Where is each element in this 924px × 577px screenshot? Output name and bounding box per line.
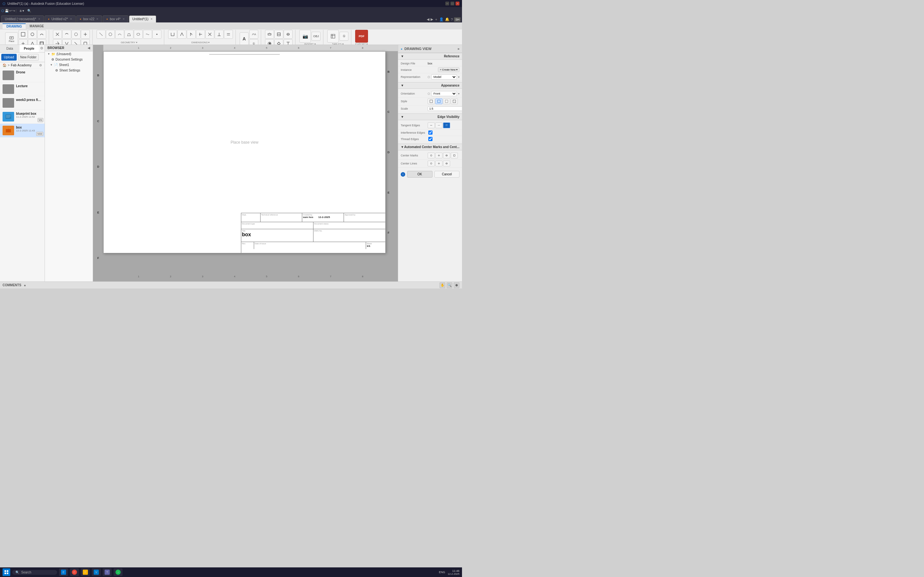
comments-expand-icon[interactable]: ● xyxy=(24,284,26,287)
text-btn-3[interactable]: ① xyxy=(249,39,258,45)
text-btn-1[interactable]: A xyxy=(240,32,249,45)
tangent-btn-2[interactable] xyxy=(435,122,443,128)
info-icon[interactable]: i xyxy=(401,172,405,177)
tables-btn-1[interactable] xyxy=(327,30,339,43)
file-item-box[interactable]: box 12-2-2025 11:43 V22 xyxy=(0,124,45,137)
user-icon[interactable]: 👤 xyxy=(439,17,444,21)
hub-name[interactable]: Fab Academy xyxy=(11,63,32,67)
geometry-btn-7[interactable] xyxy=(152,30,162,39)
new-folder-button[interactable]: New Folder xyxy=(18,54,39,61)
quick-search-icon[interactable]: 🔍 xyxy=(27,9,31,13)
modify-btn-4[interactable] xyxy=(81,30,90,39)
geometry-btn-5[interactable] xyxy=(134,30,143,39)
symbol-btn-2[interactable] xyxy=(274,30,283,39)
dimension-btn-2[interactable] xyxy=(178,30,186,39)
upload-button[interactable]: Upload xyxy=(1,54,17,61)
modify-btn-8[interactable] xyxy=(81,39,90,45)
cm-btn-3[interactable] xyxy=(443,153,450,158)
symbol-btn-4[interactable]: ① xyxy=(265,39,274,45)
modify-btn-2[interactable] xyxy=(62,30,71,39)
left-panel-tab-people[interactable]: People xyxy=(19,45,39,52)
orientation-select[interactable]: Front xyxy=(431,91,457,96)
cm-btn-2[interactable] xyxy=(435,153,443,158)
symbol-btn-3[interactable] xyxy=(284,30,292,39)
tab-box-v22[interactable]: ● box v22 ✕ xyxy=(76,15,102,23)
new-tab-button[interactable]: ＋ xyxy=(435,17,438,22)
modify-btn-6[interactable] xyxy=(62,39,71,45)
tree-item-unsaved[interactable]: ▼ 📁 (Unsaved) xyxy=(45,51,93,57)
notification-icon[interactable]: 🔔 xyxy=(445,17,449,21)
quick-access-redo[interactable]: ↪ xyxy=(13,9,15,13)
create-place-view-button[interactable]: Place xyxy=(5,32,18,45)
symbol-btn-6[interactable] xyxy=(284,39,292,45)
dimension-btn-4[interactable] xyxy=(196,30,205,39)
section-header-center-marks[interactable]: ▼ Automated Center Marks and Cent... xyxy=(398,143,462,150)
interference-edges-checkbox[interactable] xyxy=(428,131,433,135)
left-panel-tab-data[interactable]: Data xyxy=(0,45,19,52)
ribbon-tab-drawing[interactable]: DRAWING xyxy=(3,23,26,29)
tab-close-icon[interactable]: ✕ xyxy=(70,18,72,21)
dimension-btn-7[interactable] xyxy=(224,30,233,39)
ribbon-btn-1[interactable] xyxy=(19,30,27,39)
browser-collapse-icon[interactable]: ◀ xyxy=(87,46,90,50)
hub-settings-icon[interactable]: ⚙ xyxy=(39,63,42,67)
geometry-btn-2[interactable] xyxy=(106,30,115,39)
tab-close-icon[interactable]: ✕ xyxy=(96,18,99,21)
file-item-week3[interactable]: week3 press fit kit xyxy=(0,96,45,110)
create-new-button[interactable]: + Create New ▾ xyxy=(438,67,459,72)
geometry-btn-4[interactable] xyxy=(124,30,134,39)
file-item-lecture[interactable]: Lecture xyxy=(0,82,45,96)
tree-item-doc-settings[interactable]: ⚙ Document Settings xyxy=(45,57,93,62)
tab-untitled-recovered[interactable]: Untitled (~recovered)* ✕ xyxy=(1,15,44,23)
geometry-btn-6[interactable] xyxy=(143,30,152,39)
tree-item-sheet1[interactable]: ▼ 📄 Sheet1 xyxy=(45,62,93,68)
file-version-blueprint-box[interactable]: V1 xyxy=(37,118,43,122)
tables-btn-2[interactable]: ① xyxy=(339,32,349,41)
ribbon-btn-2[interactable] xyxy=(28,30,37,39)
close-button[interactable]: ✕ xyxy=(456,2,459,5)
cm-btn-4[interactable] xyxy=(451,153,458,158)
file-item-drone[interactable]: Drone xyxy=(0,69,45,82)
export-pdf-button[interactable]: PDF xyxy=(355,30,368,43)
tree-item-sheet-settings[interactable]: ⚙ Sheet Settings xyxy=(45,68,93,73)
representation-select[interactable]: Model xyxy=(431,74,457,79)
ribbon-tab-manage[interactable]: MANAGE xyxy=(26,24,47,29)
style-btn-3[interactable] xyxy=(443,98,450,104)
insert-btn-2[interactable]: OBJ xyxy=(312,32,320,41)
representation-dropdown-icon[interactable]: ▾ xyxy=(458,76,459,79)
expand-panel-icon[interactable]: » xyxy=(457,47,459,51)
canvas-area[interactable]: B C D E F 1 2 3 4 5 6 7 8 Place base v xyxy=(93,45,398,282)
section-header-reference[interactable]: ▼ Reference xyxy=(398,53,462,60)
tab-box-v4[interactable]: ● box v4* ✕ xyxy=(103,15,128,23)
drawing-sheet[interactable]: Place base view Dept. Technical referenc… xyxy=(103,51,386,253)
geometry-btn-1[interactable] xyxy=(97,30,105,39)
modify-btn-3[interactable] xyxy=(71,30,81,39)
dimension-btn-6[interactable] xyxy=(215,30,224,39)
tab-close-icon[interactable]: ✕ xyxy=(38,18,40,21)
pan-button[interactable]: ✋ xyxy=(439,282,445,288)
dimension-btn-1[interactable] xyxy=(168,30,177,39)
style-btn-2[interactable] xyxy=(435,98,443,104)
scale-input[interactable] xyxy=(428,106,462,111)
modify-btn-5[interactable] xyxy=(53,39,62,45)
tab-close-icon[interactable]: ✕ xyxy=(123,18,125,21)
ribbon-btn-4[interactable] xyxy=(19,39,27,45)
cancel-button[interactable]: Cancel xyxy=(435,171,460,177)
modify-btn-1[interactable] xyxy=(53,30,62,39)
quick-access-save[interactable]: 💾 xyxy=(5,9,9,13)
style-btn-4[interactable] xyxy=(451,98,458,104)
ok-button[interactable]: OK xyxy=(407,171,433,177)
symbol-btn-1[interactable] xyxy=(265,30,274,39)
help-icon[interactable]: ? xyxy=(451,18,453,21)
style-btn-1[interactable] xyxy=(428,98,435,104)
user-avatar[interactable]: SH xyxy=(454,17,461,22)
modify-btn-7[interactable] xyxy=(71,39,81,45)
menubar-file[interactable]: a ▾ xyxy=(17,8,27,13)
maximize-button[interactable]: □ xyxy=(451,2,454,5)
tabs-scroll-left[interactable]: ◀ xyxy=(427,17,429,21)
section-header-appearance[interactable]: ▼ Appearance xyxy=(398,82,462,89)
window-controls[interactable]: ─ □ ✕ xyxy=(445,2,459,5)
tab-untitled-v2[interactable]: ● Untitled v2* ✕ xyxy=(45,15,76,23)
minimize-button[interactable]: ─ xyxy=(445,2,449,5)
tangent-btn-1[interactable] xyxy=(428,122,435,128)
